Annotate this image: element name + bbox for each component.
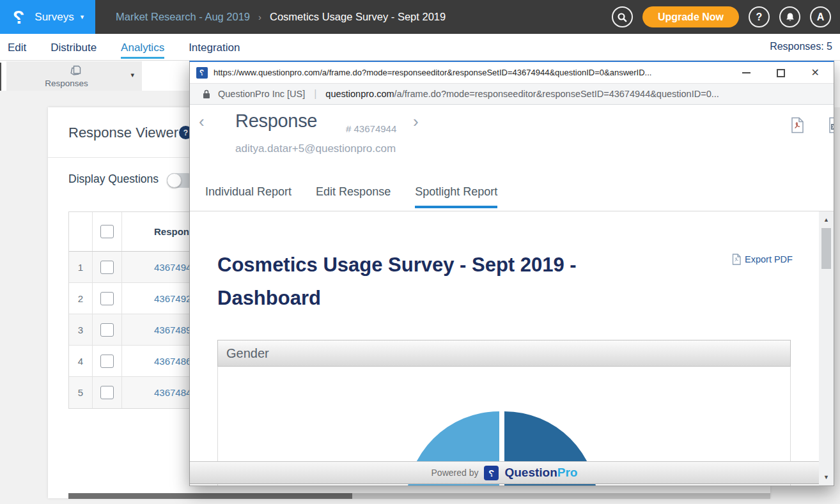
powered-by-label: Powered by bbox=[432, 468, 479, 478]
surveys-label: Surveys bbox=[35, 11, 74, 24]
upgrade-now-button[interactable]: Upgrade Now bbox=[642, 6, 739, 27]
next-response-button[interactable]: › bbox=[413, 113, 419, 130]
export-pdf-label: Export PDF bbox=[745, 254, 793, 264]
certificate-org: QuestionPro Inc [US] bbox=[218, 89, 305, 99]
report-title-line1: Cosmetics Usage Survey - Sept 2019 - bbox=[217, 254, 577, 276]
nav-item-analytics[interactable]: Analytics bbox=[121, 36, 164, 59]
nav-item-edit[interactable]: Edit bbox=[8, 40, 26, 54]
breadcrumb: Market Research - Aug 2019 › Cosmetics U… bbox=[116, 0, 446, 34]
security-url-bar: QuestionPro Inc [US] | questionpro.com /… bbox=[190, 84, 834, 105]
responses-tool-label: Responses bbox=[6, 79, 127, 88]
page-title: Response Viewer bbox=[68, 125, 178, 141]
scroll-down-icon[interactable]: ▼ bbox=[819, 474, 834, 480]
row-number: 5 bbox=[69, 377, 93, 408]
questionpro-favicon-icon: ? bbox=[196, 67, 208, 79]
download-xls-icon[interactable] bbox=[828, 117, 834, 136]
download-pdf-icon[interactable] bbox=[791, 117, 804, 136]
nav-item-integration[interactable]: Integration bbox=[189, 40, 240, 54]
surveys-menu[interactable]: ? Surveys ▾ bbox=[0, 0, 95, 34]
spotlight-report-body: Cosmetics Usage Survey - Sept 2019 - Das… bbox=[190, 211, 819, 485]
row-checkbox[interactable] bbox=[100, 261, 114, 274]
questionpro-brand-link[interactable]: QuestionPro bbox=[504, 466, 577, 480]
vertical-scrollbar[interactable]: ▲ ▼ bbox=[819, 211, 834, 485]
row-number: 2 bbox=[69, 283, 93, 314]
close-icon[interactable]: ✕ bbox=[811, 68, 820, 78]
report-tabs: Individual Report Edit Response Spotligh… bbox=[205, 185, 497, 208]
search-button[interactable] bbox=[612, 6, 633, 27]
response-editor-popup: ? https://www.questionpro.com/a/frame.do… bbox=[189, 61, 834, 486]
url-domain: questionpro.com bbox=[325, 89, 394, 99]
gender-panel-title: Gender bbox=[226, 346, 269, 361]
row-checkbox[interactable] bbox=[100, 323, 114, 337]
row-number: 3 bbox=[69, 314, 93, 345]
tab-spotlight-report[interactable]: Spotlight Report bbox=[415, 185, 497, 208]
breadcrumb-separator-icon: › bbox=[258, 11, 261, 22]
nav-item-distribute[interactable]: Distribute bbox=[51, 40, 97, 54]
popup-title-bar[interactable]: ? https://www.questionpro.com/a/frame.do… bbox=[190, 62, 834, 84]
powered-by-bar: Powered by ? QuestionPro bbox=[190, 461, 819, 484]
row-checkbox[interactable] bbox=[100, 355, 114, 368]
questionpro-logo-icon: ? bbox=[13, 6, 24, 28]
survey-nav: Edit Distribute Analytics Integration Re… bbox=[0, 34, 840, 61]
help-icon: ? bbox=[183, 128, 188, 137]
vertical-scrollbar-thumb[interactable] bbox=[821, 228, 831, 269]
chevron-down-icon: ▾ bbox=[81, 13, 84, 21]
top-bar: ? Surveys ▾ Market Research - Aug 2019 ›… bbox=[0, 0, 840, 34]
display-questions-label: Display Questions bbox=[68, 172, 159, 186]
topbar-actions: Upgrade Now ? A bbox=[612, 6, 831, 27]
row-checkbox[interactable] bbox=[100, 386, 114, 399]
row-checkbox[interactable] bbox=[100, 292, 114, 305]
responses-count: Responses: 5 bbox=[770, 41, 832, 52]
horizontal-scrollbar-thumb[interactable] bbox=[68, 493, 352, 499]
minimize-icon[interactable] bbox=[742, 72, 751, 73]
header-num-cell bbox=[69, 212, 93, 251]
url-separator: | bbox=[314, 88, 316, 100]
questionpro-logo-icon[interactable]: ? bbox=[484, 466, 499, 480]
row-number: 1 bbox=[69, 252, 93, 282]
lock-icon bbox=[203, 89, 210, 99]
response-title: Response bbox=[235, 111, 317, 132]
toggle-knob[interactable] bbox=[167, 173, 182, 188]
gender-panel-header: Gender bbox=[217, 340, 791, 367]
tab-edit-response[interactable]: Edit Response bbox=[316, 185, 391, 208]
popup-window-title: https://www.questionpro.com/a/frame.do?m… bbox=[214, 68, 731, 77]
search-icon bbox=[617, 12, 627, 22]
chevron-down-icon[interactable]: ▾ bbox=[130, 71, 134, 79]
previous-response-button[interactable]: ‹ bbox=[199, 113, 205, 130]
breadcrumb-parent-link[interactable]: Market Research - Aug 2019 bbox=[116, 11, 250, 23]
screen: ? Surveys ▾ Market Research - Aug 2019 ›… bbox=[0, 0, 840, 504]
horizontal-scrollbar[interactable] bbox=[68, 493, 770, 499]
page-right-margin bbox=[834, 61, 840, 107]
help-icon: ? bbox=[756, 11, 763, 23]
scroll-up-icon[interactable]: ▲ bbox=[819, 217, 834, 223]
brand-question: Question bbox=[504, 466, 557, 479]
toolbar-edge bbox=[0, 63, 1, 91]
pdf-file-icon bbox=[732, 254, 741, 265]
response-id-value: # 43674944 bbox=[346, 123, 396, 134]
notifications-button[interactable] bbox=[779, 6, 800, 27]
tab-individual-report[interactable]: Individual Report bbox=[205, 185, 292, 208]
report-title-line2: Dashboard bbox=[217, 287, 321, 309]
row-number: 4 bbox=[69, 346, 93, 376]
brand-pro: Pro bbox=[557, 466, 578, 479]
window-controls: ✕ bbox=[742, 62, 820, 84]
header-checkbox-cell bbox=[93, 212, 122, 251]
maximize-icon[interactable] bbox=[777, 69, 785, 77]
respondent-email: aditya.datar+5@questionpro.com bbox=[235, 142, 396, 155]
avatar-initial: A bbox=[817, 11, 825, 23]
report-title: Cosmetics Usage Survey - Sept 2019 - Das… bbox=[217, 248, 633, 315]
bell-icon bbox=[785, 12, 795, 22]
account-avatar[interactable]: A bbox=[810, 6, 831, 27]
export-pdf-button[interactable]: Export PDF bbox=[732, 254, 793, 265]
breadcrumb-current: Cosmetics Usage Survey - Sept 2019 bbox=[270, 11, 446, 23]
select-all-checkbox[interactable] bbox=[100, 225, 114, 238]
url-path: /a/frame.do?mode=responseeditor&response… bbox=[394, 89, 719, 99]
nav-items: Edit Distribute Analytics Integration bbox=[8, 34, 240, 60]
help-button[interactable]: ? bbox=[749, 6, 770, 27]
responses-tool-button[interactable]: Responses ▾ bbox=[6, 61, 142, 91]
